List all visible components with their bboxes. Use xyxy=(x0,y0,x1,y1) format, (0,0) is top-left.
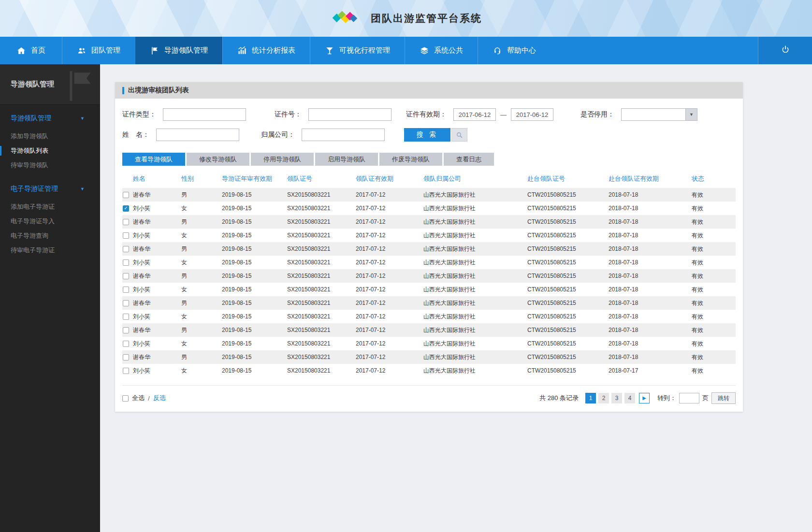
leader_cert_no-cell: SX20150803221 xyxy=(287,259,356,266)
select-all-label[interactable]: 全选 xyxy=(132,394,145,403)
search-icon[interactable] xyxy=(451,128,467,142)
table-row[interactable]: 刘小笑女2019-08-15SX201508032212017-07-12山西光… xyxy=(122,283,736,296)
page-button-1[interactable]: 1 xyxy=(585,393,596,403)
name-cell: 谢春华 xyxy=(133,272,181,280)
column-header-8: 状态 xyxy=(692,174,736,183)
table-row[interactable]: 刘小笑女2019-08-15SX201508032212017-07-12山西光… xyxy=(122,229,736,242)
row-checkbox[interactable] xyxy=(123,192,129,198)
sidebar-item-1-2[interactable]: 电子导游查询 xyxy=(0,229,100,243)
row-checkbox[interactable] xyxy=(123,259,129,266)
row-checkbox[interactable] xyxy=(123,287,129,293)
row-checkbox[interactable] xyxy=(123,232,129,239)
nav-item-6[interactable]: 帮助中心 xyxy=(478,37,551,64)
table-row[interactable]: 谢春华男2019-08-15SX201508032212017-07-12山西光… xyxy=(122,215,736,229)
cert-no-input[interactable] xyxy=(308,108,392,121)
column-header-1: 性别 xyxy=(181,174,222,183)
column-header-5: 领队归属公司 xyxy=(423,174,527,183)
nav-item-3[interactable]: 统计分析报表 xyxy=(222,37,310,64)
table-row[interactable]: 谢春华男2019-08-15SX201508032212017-07-12山西光… xyxy=(122,269,736,283)
leader_cert_no-cell: SX20150803221 xyxy=(287,205,356,212)
nav-item-0[interactable]: 首页 xyxy=(0,37,62,64)
next-page-button[interactable]: ▶ xyxy=(639,393,650,403)
taiwan_cert_valid-cell: 2018-07-18 xyxy=(609,205,692,212)
tab-1[interactable]: 修改导游领队 xyxy=(187,153,249,166)
table-row[interactable]: 谢春华男2019-08-15SX201508032212017-07-12山西光… xyxy=(122,323,736,337)
guide_cert_valid-cell: 2019-08-15 xyxy=(222,205,287,212)
table-row[interactable]: 谢春华男2019-08-15SX201508032212017-07-12山西光… xyxy=(122,242,736,256)
sidebar-item-1-1[interactable]: 电子导游证导入 xyxy=(0,214,100,229)
table-row[interactable]: 刘小笑女2019-08-15SX201508032212017-07-12山西光… xyxy=(122,364,736,377)
tab-5[interactable]: 查看日志 xyxy=(444,153,494,166)
table-row[interactable]: 刘小笑女2019-08-15SX201508032212017-07-12山西光… xyxy=(122,201,736,215)
row-checkbox[interactable] xyxy=(123,354,129,360)
row-checkbox[interactable] xyxy=(123,341,129,347)
taiwan_cert_no-cell: CTW20150805215 xyxy=(527,286,609,293)
row-checkbox-cell xyxy=(122,341,133,347)
row-checkbox[interactable] xyxy=(123,246,129,252)
table-row[interactable]: 谢春华男2019-08-15SX201508032212017-07-12山西光… xyxy=(122,350,736,364)
row-checkbox[interactable] xyxy=(123,314,129,320)
sidebar-item-1-3[interactable]: 待审电子导游证 xyxy=(0,243,100,258)
goto-button[interactable]: 跳转 xyxy=(711,392,736,404)
nav-item-1[interactable]: 团队管理 xyxy=(62,37,135,64)
main-nav-bar: 首页团队管理导游领队管理统计分析报表可视化行程管理系统公共帮助中心 xyxy=(0,37,812,64)
row-checkbox[interactable] xyxy=(123,219,129,225)
date-from-input[interactable] xyxy=(453,108,496,121)
select-all-checkbox[interactable] xyxy=(122,395,129,402)
search-button[interactable]: 搜 索 xyxy=(404,128,450,142)
sidebar-section-header-0[interactable]: 导游领队管理▼ xyxy=(0,108,100,129)
name-cell: 谢春华 xyxy=(133,245,181,253)
nav-item-2[interactable]: 导游领队管理 xyxy=(135,37,222,64)
goto-page-input[interactable] xyxy=(679,393,699,403)
nav-item-5[interactable]: 系统公共 xyxy=(405,37,478,64)
nav-item-4[interactable]: 可视化行程管理 xyxy=(310,37,405,64)
name-cell: 刘小笑 xyxy=(133,204,181,213)
table-row[interactable]: 刘小笑女2019-08-15SX201508032212017-07-12山西光… xyxy=(122,337,736,350)
row-checkbox[interactable] xyxy=(123,368,129,374)
tab-4[interactable]: 作废导游领队 xyxy=(379,153,442,166)
taiwan_cert_no-cell: CTW20150805215 xyxy=(527,205,609,212)
column-header-4: 领队证有效期 xyxy=(356,174,423,183)
date-to-input[interactable] xyxy=(511,108,553,121)
table-row[interactable]: 刘小笑女2019-08-15SX201508032212017-07-12山西光… xyxy=(122,310,736,323)
cert-type-input[interactable] xyxy=(163,108,246,121)
company-input[interactable] xyxy=(302,129,385,141)
name-input[interactable] xyxy=(156,129,239,141)
status-cell: 有效 xyxy=(692,191,736,199)
tab-0[interactable]: 查看导游领队 xyxy=(122,153,185,166)
taiwan_cert_valid-cell: 2018-07-18 xyxy=(609,327,692,333)
row-checkbox[interactable] xyxy=(123,273,129,279)
page-button-4[interactable]: 4 xyxy=(624,393,635,403)
tab-3[interactable]: 启用导游领队 xyxy=(315,153,378,166)
logout-button[interactable] xyxy=(758,37,812,64)
nav-item-label: 统计分析报表 xyxy=(252,46,295,55)
row-checkbox[interactable] xyxy=(123,205,129,212)
table-row[interactable]: 谢春华男2019-08-15SX201508032212017-07-12山西光… xyxy=(122,296,736,310)
sidebar-section-label: 导游领队管理 xyxy=(11,114,51,123)
company-cell: 山西光大国际旅行社 xyxy=(423,231,527,240)
nav-item-label: 系统公共 xyxy=(434,46,463,55)
leader_cert_no-cell: SX20150803221 xyxy=(287,354,356,360)
invert-selection-link[interactable]: 反选 xyxy=(153,394,166,403)
taiwan_cert_no-cell: CTW20150805215 xyxy=(527,245,609,252)
tab-2[interactable]: 停用导游领队 xyxy=(251,153,314,166)
leader_cert_no-cell: SX20150803221 xyxy=(287,191,356,198)
sidebar-section-header-1[interactable]: 电子导游证管理▼ xyxy=(0,178,100,200)
top-banner: 团队出游监管平台系统 xyxy=(0,0,812,37)
row-checkbox[interactable] xyxy=(123,300,129,306)
taiwan_cert_valid-cell: 2018-07-18 xyxy=(609,354,692,360)
sidebar-item-0-2[interactable]: 待审导游领队 xyxy=(0,158,100,173)
sidebar-sections: 导游领队管理▼添加导游领队导游领队列表待审导游领队电子导游证管理▼添加电子导游证… xyxy=(0,108,100,258)
disabled-select[interactable]: ▼ xyxy=(621,108,697,121)
taiwan_cert_valid-cell: 2018-07-18 xyxy=(609,286,692,293)
table-row[interactable]: 刘小笑女2019-08-15SX201508032212017-07-12山西光… xyxy=(122,256,736,269)
page-button-3[interactable]: 3 xyxy=(611,393,622,403)
page-button-2[interactable]: 2 xyxy=(598,393,609,403)
sidebar-item-0-0[interactable]: 添加导游领队 xyxy=(0,129,100,144)
taiwan_cert_no-cell: CTW20150805215 xyxy=(527,367,609,374)
table-row[interactable]: 谢春华男2019-08-15SX201508032212017-07-12山西光… xyxy=(122,188,736,201)
sidebar-item-0-1[interactable]: 导游领队列表 xyxy=(0,144,100,158)
sidebar-item-1-0[interactable]: 添加电子导游证 xyxy=(0,200,100,214)
guide_cert_valid-cell: 2019-08-15 xyxy=(222,313,287,320)
row-checkbox[interactable] xyxy=(123,327,129,333)
